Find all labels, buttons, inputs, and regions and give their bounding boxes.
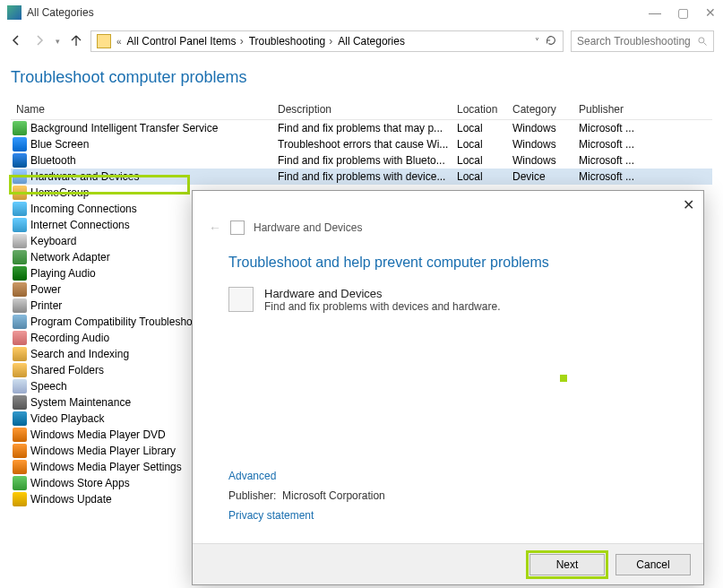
row-icon	[13, 444, 27, 458]
close-button[interactable]: ✕	[705, 5, 716, 20]
dialog-back-button[interactable]: ←	[209, 220, 221, 235]
row-icon	[13, 121, 27, 135]
row-desc: Find and fix problems with device...	[272, 170, 452, 183]
dialog-title: Troubleshoot and help prevent computer p…	[228, 255, 667, 271]
search-icon	[697, 36, 708, 47]
dialog-item-desc: Find and fix problems with devices and h…	[264, 300, 500, 313]
breadcrumb-overflow-icon[interactable]: «	[116, 37, 122, 47]
highlight-next: Next	[526, 550, 608, 579]
row-icon	[13, 363, 27, 377]
col-name[interactable]: Name	[11, 99, 272, 119]
row-icon	[13, 331, 27, 345]
row-icon	[13, 137, 27, 151]
table-row[interactable]: Background Intelligent Transfer ServiceF…	[11, 120, 712, 136]
forward-button[interactable]	[32, 33, 47, 50]
row-icon	[13, 428, 27, 442]
address-dropdown-icon[interactable]: ˅	[535, 37, 539, 47]
dropdown-history-icon[interactable]: ▾	[56, 37, 60, 46]
breadcrumb-item[interactable]: All Control Panel Items	[127, 35, 237, 48]
row-icon	[13, 186, 27, 200]
row-desc: Find and fix problems with Blueto...	[272, 154, 452, 167]
row-desc: Find and fix problems that may p...	[272, 122, 452, 134]
refresh-button[interactable]	[545, 34, 557, 49]
row-location: Local	[452, 154, 507, 167]
row-icon	[13, 169, 27, 184]
row-icon	[13, 395, 27, 410]
dialog-breadcrumb: Hardware and Devices	[254, 221, 362, 234]
row-category: Windows	[507, 154, 573, 167]
row-publisher: Microsoft ...	[573, 170, 643, 183]
page-title: Troubleshoot computer problems	[0, 57, 723, 99]
row-icon	[13, 153, 27, 168]
row-name: Hardware and Devices	[30, 170, 272, 183]
row-name: Background Intelligent Transfer Service	[30, 122, 272, 134]
row-name: Blue Screen	[30, 138, 272, 151]
row-location: Local	[452, 138, 507, 151]
row-icon	[13, 298, 27, 313]
row-category: Windows	[507, 122, 573, 134]
table-row[interactable]: Hardware and DevicesFind and fix problem…	[11, 169, 712, 185]
row-icon	[13, 492, 27, 506]
svg-point-0	[699, 38, 704, 43]
search-box[interactable]	[571, 30, 714, 52]
row-location: Local	[452, 122, 507, 134]
table-row[interactable]: BluetoothFind and fix problems with Blue…	[11, 152, 712, 169]
cancel-button[interactable]: Cancel	[615, 554, 691, 575]
publisher-label: Publisher:	[228, 489, 276, 502]
advanced-link[interactable]: Advanced	[228, 470, 667, 482]
row-desc: Troubleshoot errors that cause Wi...	[272, 138, 452, 151]
breadcrumb-item[interactable]: All Categories	[338, 35, 405, 48]
next-button[interactable]: Next	[529, 554, 605, 575]
dialog-item: Hardware and Devices Find and fix proble…	[228, 287, 667, 313]
col-description[interactable]: Description	[272, 99, 452, 119]
row-icon	[13, 202, 27, 216]
row-icon	[13, 282, 27, 297]
row-publisher: Microsoft ...	[573, 154, 643, 167]
window-title: All Categories	[27, 6, 649, 19]
hardware-icon	[228, 287, 254, 312]
minimize-button[interactable]: —	[649, 5, 661, 20]
row-icon	[13, 476, 27, 490]
breadcrumb-item[interactable]: Troubleshooting	[249, 35, 326, 48]
titlebar: All Categories — ▢ ✕	[0, 0, 723, 25]
table-row[interactable]: Blue ScreenTroubleshoot errors that caus…	[11, 136, 712, 152]
col-location[interactable]: Location	[452, 99, 507, 119]
table-header: Name Description Location Category Publi…	[11, 99, 712, 120]
app-icon	[7, 5, 22, 20]
troubleshooter-icon	[230, 220, 245, 235]
row-location: Local	[452, 170, 507, 183]
privacy-link[interactable]: Privacy statement	[228, 509, 667, 522]
row-icon	[13, 250, 27, 264]
row-icon	[13, 379, 27, 393]
row-icon	[13, 460, 27, 474]
col-category[interactable]: Category	[507, 99, 573, 119]
row-icon	[13, 411, 27, 426]
row-icon	[13, 347, 27, 361]
maximize-button[interactable]: ▢	[677, 5, 689, 20]
folder-icon	[97, 34, 111, 48]
row-name: Bluetooth	[30, 154, 272, 167]
back-button[interactable]	[9, 33, 23, 50]
highlight-dot	[560, 375, 567, 382]
row-icon	[13, 218, 27, 232]
dialog-item-title: Hardware and Devices	[264, 287, 500, 300]
row-icon	[13, 266, 27, 281]
row-icon	[13, 315, 27, 329]
address-bar[interactable]: « All Control Panel Items› Troubleshooti…	[90, 30, 564, 52]
row-category: Device	[507, 170, 573, 183]
row-icon	[13, 234, 27, 248]
publisher-value: Microsoft Corporation	[282, 489, 385, 502]
row-publisher: Microsoft ...	[573, 122, 643, 134]
row-category: Windows	[507, 138, 573, 151]
up-button[interactable]	[69, 33, 83, 50]
dialog-close-button[interactable]: ✕	[683, 197, 694, 212]
navbar: ▾ « All Control Panel Items› Troubleshoo…	[0, 25, 723, 57]
search-input[interactable]	[577, 35, 692, 48]
col-publisher[interactable]: Publisher	[573, 99, 643, 119]
row-publisher: Microsoft ...	[573, 138, 643, 151]
troubleshooter-dialog: ✕ ← Hardware and Devices Troubleshoot an…	[192, 190, 704, 585]
svg-line-1	[704, 43, 707, 46]
